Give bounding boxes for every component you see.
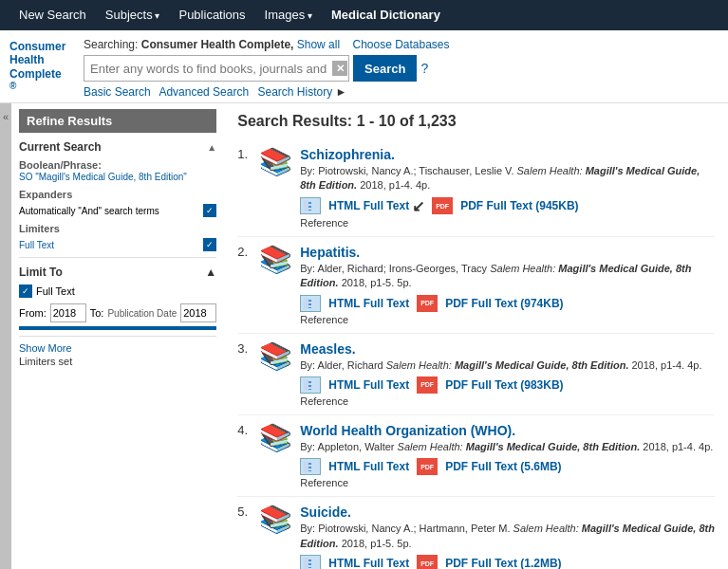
brand-line1: Consumer [9,40,74,53]
pdf-icon: PDF [417,458,438,475]
result-number: 4. [237,423,251,437]
help-icon[interactable]: ? [420,61,428,76]
svg-rect-8 [304,379,308,391]
search-button[interactable]: Search [353,55,417,82]
from-label: From: [19,307,47,319]
sidebar-collapse-btn[interactable]: « [0,103,11,569]
svg-rect-13 [308,463,311,465]
main-layout: « Refine Results Current Search ▲ Boolea… [0,103,728,569]
html-icon [300,376,321,394]
result-title[interactable]: Hepatitis. [300,245,360,260]
choose-databases-link[interactable]: Choose Databases [352,38,449,51]
book-icon: 📚 [258,425,292,451]
svg-rect-16 [304,558,308,569]
html-full-text-link[interactable]: HTML Full Text [328,460,409,473]
nav-new-search[interactable]: New Search [9,0,96,30]
current-search-arrow: ▲ [207,142,216,153]
pdf-full-text-link[interactable]: PDF Full Text (983KB) [445,378,563,392]
result-item: 3. 📚 Measles. By: Alder, Richard Salem H… [237,334,715,415]
to-date-input[interactable] [180,303,216,322]
result-links: HTML Full Text↙ PDF PDF Full Text (945KB… [300,197,715,215]
show-all-link[interactable]: Show all [297,38,340,51]
nav-subjects[interactable]: Subjects [96,0,170,31]
expander-item: Automatically "And" search terms [19,206,159,216]
pdf-icon: PDF [417,555,438,569]
pdf-full-text-link[interactable]: PDF Full Text (945KB) [460,199,578,212]
result-number: 1. [237,147,251,161]
limiter-checkbox[interactable]: ✓ [203,238,216,251]
svg-rect-0 [304,200,308,211]
svg-rect-10 [308,385,311,387]
show-more-link[interactable]: Show More [19,342,216,354]
book-icon: 📚 [258,343,292,370]
date-slider[interactable] [19,326,216,330]
sidebar: Refine Results Current Search ▲ Boolean/… [11,103,224,569]
boolean-label: Boolean/Phrase: [19,159,216,171]
limit-to-arrow: ▲ [205,266,216,279]
results-list: 1. 📚 Schizophrenia. By: Piotrowski, Nanc… [237,139,715,569]
searching-text: Searching: Consumer Health Complete, Sho… [84,38,719,51]
html-icon [300,555,321,569]
result-title[interactable]: Suicide. [300,505,351,520]
result-type: Reference [300,314,715,325]
results-header: Search Results: 1 - 10 of 1,233 [237,113,715,130]
result-content: Measles. By: Alder, Richard Salem Health… [300,341,715,407]
nav-publications[interactable]: Publications [169,0,254,30]
html-full-text-link[interactable]: HTML Full Text [328,378,409,392]
limiters-label: Limiters [19,223,216,234]
result-meta: By: Piotrowski, Nancy A.; Tischauser, Le… [300,164,715,193]
result-item: 4. 📚 World Health Organization (WHO). By… [237,415,715,497]
html-icon [300,295,321,312]
result-item: 2. 📚 Hepatitis. By: Alder, Richard; Iron… [237,237,715,334]
nav-images[interactable]: Images [255,0,322,31]
result-links: HTML Full Text PDF PDF Full Text (5.6MB) [300,458,715,475]
search-input[interactable] [84,55,349,82]
fulltext-label: Full Text [36,285,75,297]
result-links: HTML Full Text PDF PDF Full Text (1.2MB) [300,555,715,569]
result-title[interactable]: World Health Organization (WHO). [300,423,515,438]
brand-line3: Complete® [9,67,74,98]
svg-rect-5 [308,300,311,302]
result-type: Reference [300,477,715,488]
result-type: Reference [300,217,715,229]
nav-medical-dictionary[interactable]: Medical Dictionary [322,0,450,30]
brand-logo: Consumer Health Complete® [9,40,74,98]
result-title[interactable]: Measles. [300,341,355,357]
book-icon: 📚 [258,149,292,175]
limit-to-title[interactable]: Limit To ▲ [19,264,216,281]
date-slider-fill [19,326,216,330]
pdf-full-text-link[interactable]: PDF Full Text (1.2MB) [445,557,561,569]
pub-date-label: Publication Date [107,308,177,319]
date-row: From: To: Publication Date [19,303,216,322]
expander-checkbox[interactable]: ✓ [203,204,216,217]
limit-to-section: Limit To ▲ ✓ Full Text From: To: Publica… [19,258,216,337]
result-content: World Health Organization (WHO). By: App… [300,423,715,488]
brand-line2: Health [9,53,74,66]
results-area: Search Results: 1 - 10 of 1,233 1. 📚 Sch… [224,103,728,569]
svg-rect-9 [308,381,311,383]
result-meta: By: Alder, Richard; Irons-Georges, Tracy… [300,262,715,291]
result-links: HTML Full Text PDF PDF Full Text (983KB) [300,376,715,394]
svg-rect-6 [308,303,311,305]
html-full-text-link[interactable]: HTML Full Text [328,557,409,569]
pdf-full-text-link[interactable]: PDF Full Text (5.6MB) [445,460,561,473]
pdf-icon: PDF [432,197,453,214]
search-area: Consumer Health Complete® Searching: Con… [0,30,728,103]
result-number: 3. [237,341,251,356]
svg-rect-19 [308,567,311,568]
clear-button[interactable]: ✕ [332,61,347,76]
advanced-search-link[interactable]: Advanced Search [159,85,249,99]
fulltext-checkbox[interactable]: ✓ [19,284,32,298]
html-full-text-link[interactable]: HTML Full Text [328,297,409,310]
result-item: 1. 📚 Schizophrenia. By: Piotrowski, Nanc… [237,139,715,237]
result-item: 5. 📚 Suicide. By: Piotrowski, Nancy A.; … [237,497,715,569]
html-icon [300,458,321,475]
html-full-text-link[interactable]: HTML Full Text↙ [328,197,424,215]
from-date-input[interactable] [50,303,86,322]
basic-search-link[interactable]: Basic Search [84,85,151,99]
result-meta: By: Appleton, Walter Salem Health: Magil… [300,440,715,454]
pdf-full-text-link[interactable]: PDF Full Text (974KB) [445,297,563,310]
result-title[interactable]: Schizophrenia. [300,147,395,162]
current-search-title[interactable]: Current Search ▲ [19,138,216,156]
search-history-link[interactable]: Search History ► [257,85,346,99]
